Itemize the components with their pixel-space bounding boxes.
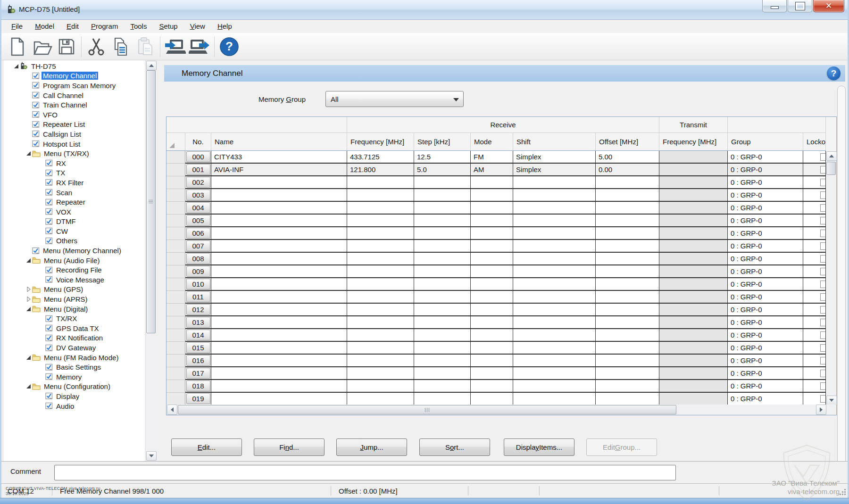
new-file-icon[interactable] (5, 34, 30, 59)
cell-offset[interactable] (596, 329, 659, 342)
cell-lockout[interactable] (803, 316, 826, 329)
cell-step[interactable] (414, 253, 471, 265)
row-number-cell[interactable]: 003 (185, 189, 211, 202)
close-button[interactable]: ✕ (813, 0, 844, 12)
tree-expander-icon[interactable] (25, 297, 32, 302)
cell-rx-frequency[interactable] (347, 215, 414, 227)
row-marker-cell[interactable] (166, 202, 185, 215)
cell-name[interactable] (211, 253, 347, 265)
tree-item-th-d75[interactable]: TH-D75 (4, 61, 145, 71)
cell-shift[interactable] (513, 227, 596, 240)
tree-item-tx[interactable]: TX (4, 168, 145, 178)
display-items-button[interactable]: Display Items... (504, 438, 574, 456)
cell-step[interactable] (414, 227, 471, 240)
cell-rx-frequency[interactable]: 121.800 (347, 164, 414, 176)
tree-item-menu-audio-file[interactable]: Menu (Audio File) (4, 256, 145, 265)
cell-mode[interactable] (471, 380, 513, 393)
cell-offset[interactable] (596, 380, 659, 393)
cell-rx-frequency[interactable] (347, 176, 414, 189)
cell-lockout[interactable] (803, 393, 826, 405)
lockout-checkbox[interactable] (820, 255, 826, 263)
row-number-cell[interactable]: 015 (185, 342, 211, 355)
tree-item-menu-fm-radio-mode[interactable]: Menu (FM Radio Mode) (4, 353, 145, 363)
cell-lockout[interactable] (803, 202, 826, 215)
cell-lockout[interactable] (803, 215, 826, 227)
row-number-cell[interactable]: 007 (185, 240, 211, 253)
row-marker-cell[interactable] (166, 227, 185, 240)
tree-item-others[interactable]: Others (4, 236, 145, 246)
tree-expander-icon[interactable] (25, 258, 32, 263)
cell-name[interactable] (211, 393, 347, 405)
help-icon[interactable]: ? (217, 34, 241, 59)
cell-group[interactable]: 0 : GRP-0 (728, 176, 803, 189)
tree-item-tx-rx[interactable]: TX/RX (4, 314, 145, 323)
column-header-mode[interactable]: Mode (471, 133, 513, 151)
maximize-button[interactable] (788, 0, 812, 12)
cell-group[interactable]: 0 : GRP-0 (728, 278, 803, 291)
cell-lockout[interactable] (803, 304, 826, 316)
row-number-cell[interactable]: 011 (185, 291, 211, 304)
lockout-checkbox[interactable] (820, 331, 826, 339)
cell-offset[interactable]: 0.00 (596, 164, 659, 176)
cell-shift[interactable] (513, 342, 596, 355)
tree-item-rx-filter[interactable]: RX Filter (4, 178, 145, 188)
row-marker-cell[interactable] (166, 342, 185, 355)
cell-mode[interactable] (471, 367, 513, 380)
row-number-cell[interactable]: 016 (185, 355, 211, 367)
panel-scrollbar-thumb[interactable] (837, 86, 846, 467)
grid-scroll-right-icon[interactable] (816, 405, 826, 415)
lockout-checkbox[interactable] (820, 153, 826, 161)
lockout-checkbox[interactable] (820, 166, 826, 174)
row-number-cell[interactable]: 018 (185, 380, 211, 393)
cell-group[interactable]: 0 : GRP-0 (728, 164, 803, 176)
cell-name[interactable] (211, 278, 347, 291)
tree-item-gps-data-tx[interactable]: GPS Data TX (4, 323, 145, 333)
column-header-frequency-mhz[interactable]: Frequency [MHz] (659, 133, 728, 151)
row-number-button[interactable]: 001 (186, 164, 210, 175)
tree-item-dtmf[interactable]: DTMF (4, 217, 145, 227)
cell-lockout[interactable] (803, 253, 826, 265)
row-number-button[interactable]: 006 (186, 228, 210, 239)
grid-scroll-up-icon[interactable] (826, 151, 837, 161)
cell-group[interactable]: 0 : GRP-0 (728, 355, 803, 367)
column-header-offset-mhz[interactable]: Offset [MHz] (596, 133, 659, 151)
cell-mode[interactable] (471, 393, 513, 405)
cell-lockout[interactable] (803, 355, 826, 367)
cell-rx-frequency[interactable] (347, 227, 414, 240)
cell-rx-frequency[interactable] (347, 342, 414, 355)
cell-lockout[interactable] (803, 227, 826, 240)
tree-item-vox[interactable]: VOX (4, 207, 145, 217)
cell-shift[interactable] (513, 278, 596, 291)
cell-rx-frequency[interactable] (347, 380, 414, 393)
cell-offset[interactable] (596, 176, 659, 189)
row-number-button[interactable]: 019 (186, 393, 210, 404)
row-number-button[interactable]: 018 (186, 380, 210, 391)
cell-rx-frequency[interactable] (347, 304, 414, 316)
tree-item-rx[interactable]: RX (4, 158, 145, 168)
lockout-checkbox[interactable] (820, 293, 826, 301)
lockout-checkbox[interactable] (820, 230, 826, 237)
cell-offset[interactable] (596, 316, 659, 329)
tree-item-hotspot-list[interactable]: Hotspot List (4, 139, 145, 149)
cell-offset[interactable] (596, 291, 659, 304)
column-header-no[interactable]: No. (185, 133, 211, 151)
row-marker-cell[interactable] (166, 355, 185, 367)
lockout-checkbox[interactable] (820, 357, 826, 364)
column-header-name[interactable]: Name (211, 133, 347, 151)
grid-vscrollbar-thumb[interactable] (826, 162, 836, 175)
lockout-checkbox[interactable] (820, 344, 826, 352)
cell-lockout[interactable] (803, 291, 826, 304)
menu-file[interactable]: File (5, 20, 29, 33)
cell-shift[interactable]: Simplex (513, 151, 596, 164)
cell-name[interactable] (211, 304, 347, 316)
tree-item-audio[interactable]: Audio (4, 401, 145, 411)
lockout-checkbox[interactable] (820, 370, 826, 377)
row-number-cell[interactable]: 010 (185, 278, 211, 291)
jump-button[interactable]: Jump... (336, 438, 407, 456)
row-number-button[interactable]: 008 (186, 253, 210, 264)
cell-name[interactable]: AVIA-INF (211, 164, 347, 176)
tree-item-dv-gateway[interactable]: DV Gateway (4, 343, 145, 353)
read-from-radio-icon[interactable] (163, 34, 187, 59)
tree-item-basic-settings[interactable]: Basic Settings (4, 362, 145, 372)
row-number-cell[interactable]: 013 (185, 316, 211, 329)
